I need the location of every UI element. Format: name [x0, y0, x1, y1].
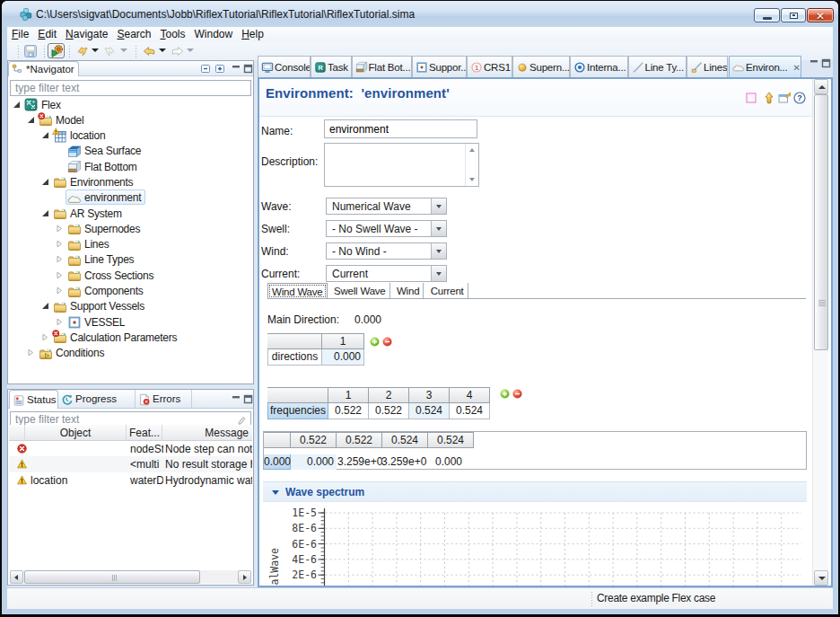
corner-cell[interactable] — [267, 333, 322, 349]
header-cell[interactable]: 3 — [409, 387, 450, 403]
remove-column-button[interactable] — [512, 389, 522, 399]
tree-item[interactable]: Flex — [8, 96, 253, 111]
statusbar-message[interactable]: Create example Flex case — [597, 592, 715, 604]
header-cell[interactable]: 0.522 — [337, 432, 382, 448]
navigate-up-icon[interactable] — [763, 92, 775, 104]
combo-select[interactable]: Current — [326, 265, 447, 282]
wave-spectrum-section[interactable]: Wave spectrum — [263, 481, 807, 502]
tree-expand-arrow[interactable] — [56, 163, 64, 171]
tree-expand-arrow[interactable] — [41, 302, 49, 310]
subtab[interactable]: Swell Wave — [330, 283, 390, 299]
editor-vscrollbar[interactable] — [812, 79, 828, 586]
header-cell[interactable]: 1 — [328, 387, 369, 403]
value-cell[interactable]: 0.524 — [409, 403, 450, 419]
open-new-window-icon[interactable] — [778, 92, 791, 104]
close-button[interactable]: ✕ — [807, 8, 834, 22]
tree-item[interactable]: Cross Sections — [8, 267, 253, 282]
tab-close-icon[interactable]: ✕ — [793, 63, 801, 73]
textarea-scrollbar[interactable] — [465, 144, 478, 186]
subtab[interactable]: Wind — [393, 283, 424, 299]
tree-item[interactable]: Support Vessels — [8, 298, 253, 313]
tree-expand-arrow[interactable] — [41, 333, 49, 341]
value-cell[interactable]: 0.000 — [419, 454, 465, 470]
menu-item[interactable]: Edit — [33, 27, 61, 42]
tree-expand-arrow[interactable] — [56, 271, 64, 279]
menu-item[interactable]: Help — [237, 27, 268, 42]
value-cell[interactable]: 0.522 — [369, 403, 409, 419]
subtab[interactable]: Current — [427, 283, 468, 299]
back-dropdown[interactable] — [159, 48, 166, 52]
tree-item[interactable]: Conditions — [8, 345, 253, 360]
navigator-filter[interactable] — [10, 80, 251, 96]
tree-expand-arrow[interactable] — [56, 286, 64, 295]
tree-expand-arrow[interactable] — [56, 225, 64, 233]
section-twistie-icon[interactable] — [272, 490, 279, 495]
header-cell[interactable]: 4 — [450, 387, 490, 403]
view-maximize-icon[interactable] — [241, 393, 255, 405]
back-icon[interactable] — [143, 45, 155, 57]
tree-expand-arrow[interactable] — [56, 146, 64, 154]
navigator-tab[interactable]: *Navigator — [8, 61, 79, 76]
scroll-up-button[interactable] — [814, 79, 828, 94]
editor-tab[interactable]: Lines — [687, 56, 728, 77]
tree-item[interactable]: Flat Bottom — [8, 158, 253, 173]
value-cell[interactable]: 3.259e+0 — [337, 454, 383, 470]
view-maximize-icon[interactable] — [241, 63, 255, 75]
scroll-thumb[interactable] — [24, 570, 200, 584]
column-message[interactable]: Message — [162, 425, 252, 441]
header-cell[interactable]: 0.524 — [428, 432, 474, 448]
editor-tab[interactable]: Line Ty... — [628, 56, 687, 77]
tree-expand-arrow[interactable] — [41, 178, 49, 186]
status-view-tab[interactable]: Status — [9, 390, 58, 409]
navigator-filter-input[interactable] — [11, 81, 250, 95]
redo-icon[interactable] — [103, 45, 116, 57]
clear-filter-icon[interactable] — [237, 415, 247, 425]
combo-arrow-button[interactable] — [431, 266, 446, 281]
column-severity[interactable] — [9, 425, 25, 441]
combo-arrow-button[interactable] — [431, 221, 446, 236]
header-cell[interactable]: 0.524 — [382, 432, 428, 448]
editor-tab[interactable]: Environ...✕ — [729, 56, 801, 77]
tree-item[interactable]: Lines — [8, 236, 253, 251]
corner-cell[interactable] — [264, 432, 291, 448]
tree-expand-arrow[interactable] — [13, 101, 21, 109]
editor-tab[interactable]: Console — [258, 56, 311, 77]
tree-expand-arrow[interactable] — [27, 116, 35, 124]
value-cell[interactable]: 0.000 — [322, 349, 364, 366]
tree-expand-arrow[interactable] — [56, 318, 64, 326]
status-row[interactable]: location waterD Hydrodynamic wate — [9, 472, 252, 488]
tree-item[interactable]: Model — [8, 111, 253, 127]
forward-dropdown[interactable] — [187, 48, 194, 52]
scroll-thumb[interactable] — [814, 94, 828, 350]
value-cell[interactable]: 0.524 — [450, 403, 490, 419]
status-row[interactable]: nodeSt Node step can not b — [9, 441, 252, 456]
validate-button[interactable] — [48, 43, 65, 58]
combo-select[interactable]: - No Swell Wave - — [326, 220, 447, 237]
tree-expand-arrow[interactable] — [41, 209, 49, 217]
title-bar[interactable]: C:\Users\sigvat\Documents\Jobb\RiflexTut… — [2, 1, 838, 27]
combo-arrow-button[interactable] — [431, 243, 446, 259]
editor-tab[interactable]: Flat Bot... — [352, 56, 413, 77]
status-view-tab[interactable]: Errors — [136, 390, 192, 409]
tree-item[interactable]: Environments — [8, 173, 253, 189]
row-label[interactable]: frequencies — [267, 403, 328, 419]
value-cell[interactable]: 0.522 — [328, 403, 369, 419]
forward-icon[interactable] — [171, 45, 184, 57]
column-feature[interactable]: Feat... — [127, 425, 162, 441]
status-hscrollbar[interactable] — [10, 570, 251, 584]
editor-maximize-icon[interactable] — [819, 57, 833, 69]
row-label[interactable]: directions — [267, 349, 322, 366]
editor-tab[interactable]: Interna... — [570, 56, 628, 77]
pin-editor-icon[interactable] — [745, 92, 757, 104]
tree-item[interactable]: Calculation Parameters — [8, 329, 253, 344]
tree-expand-arrow[interactable] — [56, 240, 64, 248]
scroll-right-button[interactable] — [238, 570, 251, 584]
tree-item[interactable]: VESSEL — [8, 313, 253, 329]
add-column-button[interactable] — [370, 337, 380, 347]
tree-item[interactable]: Components — [8, 283, 253, 298]
header-cell[interactable]: 1 — [322, 333, 364, 349]
collapse-all-button[interactable] — [199, 63, 213, 75]
tree-expand-arrow[interactable] — [27, 348, 35, 357]
help-icon[interactable]: ? — [793, 92, 806, 104]
combo-select[interactable]: - No Wind - — [326, 242, 447, 260]
